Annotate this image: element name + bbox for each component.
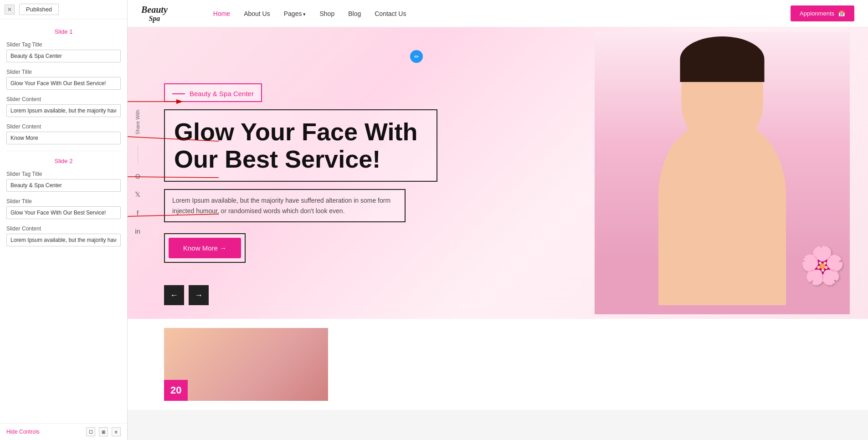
appointments-label: Appionments [800, 10, 834, 17]
navbar: Beauty Spa Home About Us Pages Shop Blog… [128, 0, 868, 27]
nav-link-shop[interactable]: Shop [320, 10, 335, 17]
slide2-content-group: Slider Content [6, 225, 121, 246]
massage-image-bg [164, 328, 328, 401]
slide2-title-group: Slider Title [6, 198, 121, 219]
slide2-tag-input[interactable] [6, 179, 121, 192]
slider-prev-button[interactable]: ← [164, 285, 184, 305]
slide1-title-group: Slider Title [6, 69, 121, 90]
hero-tag-box: Beauty & Spa Center [164, 83, 262, 102]
nav-logo: Beauty Spa [141, 5, 168, 23]
logo-line2: Spa [141, 15, 168, 23]
slide2-content-input[interactable] [6, 234, 121, 246]
ctrl-icon-1[interactable]: ☐ [86, 427, 95, 436]
linkedin-icon[interactable]: in [132, 225, 143, 236]
social-divider [138, 145, 138, 164]
calendar-icon: 📅 [838, 10, 845, 17]
close-button[interactable]: ✕ [5, 5, 15, 15]
hero-section: Share With ⊙ 𝕏 f in Beauty & Spa Center … [128, 27, 868, 319]
slide1-content1-label: Slider Content [6, 96, 121, 102]
below-badge: 20 [164, 380, 188, 401]
hero-tag-text: Beauty & Spa Center [190, 90, 254, 97]
slide1-content2-label: Slider Content [6, 123, 121, 130]
hero-title-box: Glow Your Face With Our Best Service! [164, 109, 437, 182]
slide1-content1-group: Slider Content [6, 96, 121, 117]
slide2-label: Slide 2 [6, 158, 121, 164]
bottom-controls: Hide Controls ☐ ⊞ ≡ [0, 423, 127, 440]
slide1-tag-group: Slider Tag Title [6, 41, 121, 62]
flower-decoration: 🌸 [800, 244, 845, 287]
nav-link-home[interactable]: Home [213, 10, 230, 17]
woman-container: 🌸 [595, 32, 850, 314]
slide1-label: Slide 1 [6, 28, 121, 35]
divider1 [6, 151, 121, 151]
nav-links: Home About Us Pages Shop Blog Contact Us [213, 10, 406, 17]
left-panel: ✕ Published Slide 1 Slider Tag Title Sli… [0, 0, 128, 440]
slide1-tag-label: Slider Tag Title [6, 41, 121, 48]
slide1-content2-group: Slider Content [6, 123, 121, 144]
nav-link-about[interactable]: About Us [244, 10, 270, 17]
hide-controls-link[interactable]: Hide Controls [6, 429, 40, 435]
slider-next-button[interactable]: → [189, 285, 209, 305]
slide2-content-label: Slider Content [6, 225, 121, 232]
hero-title: Glow Your Face With Our Best Service! [174, 118, 427, 173]
nav-link-contact[interactable]: Contact Us [375, 10, 406, 17]
top-bar: ✕ Published [0, 0, 127, 19]
slide2-tag-label: Slider Tag Title [6, 171, 121, 177]
hero-cta-box: Know More → [164, 233, 246, 263]
ctrl-icon-2[interactable]: ⊞ [99, 427, 108, 436]
slide1-content1-input[interactable] [6, 104, 121, 117]
facebook-icon[interactable]: f [132, 207, 143, 218]
hero-description: Lorem Ipsum available, but the majority … [172, 195, 397, 216]
below-hero-section: 20 [128, 319, 868, 410]
slide1-title-label: Slider Title [6, 69, 121, 75]
woman-torso [658, 123, 786, 305]
panel-content: Slide 1 Slider Tag Title Slider Title Sl… [0, 19, 127, 423]
hero-desc-box: Lorem Ipsum available, but the majority … [164, 189, 406, 222]
slide1-title-input[interactable] [6, 77, 121, 90]
hero-image: 🌸 [567, 27, 850, 319]
woman-hair [680, 36, 765, 82]
logo-line1: Beauty [141, 5, 168, 15]
control-icons: ☐ ⊞ ≡ [86, 427, 121, 436]
slider-nav: ← → [164, 285, 209, 305]
twitter-icon[interactable]: 𝕏 [132, 189, 143, 200]
slide2-title-input[interactable] [6, 206, 121, 219]
slide2-tag-group: Slider Tag Title [6, 171, 121, 192]
hero-cta-button[interactable]: Know More → [169, 238, 241, 258]
slide2-title-label: Slider Title [6, 198, 121, 205]
edit-pencil-icon[interactable]: ✏ [410, 50, 423, 63]
tag-line [172, 93, 185, 94]
published-button[interactable]: Published [19, 4, 59, 15]
social-sidebar: Share With ⊙ 𝕏 f in [132, 110, 143, 236]
share-label: Share With [135, 110, 140, 134]
appointments-button[interactable]: Appionments 📅 [791, 5, 854, 21]
instagram-icon[interactable]: ⊙ [132, 171, 143, 182]
ctrl-icon-3[interactable]: ≡ [112, 427, 121, 436]
hero-text: Beauty & Spa Center Glow Your Face With … [128, 83, 437, 263]
slide1-content2-input[interactable] [6, 132, 121, 144]
nav-link-pages[interactable]: Pages [284, 10, 306, 17]
main-content: Beauty Spa Home About Us Pages Shop Blog… [128, 0, 868, 440]
slide1-tag-input[interactable] [6, 50, 121, 62]
below-image: 20 [164, 328, 328, 401]
nav-link-blog[interactable]: Blog [348, 10, 361, 17]
